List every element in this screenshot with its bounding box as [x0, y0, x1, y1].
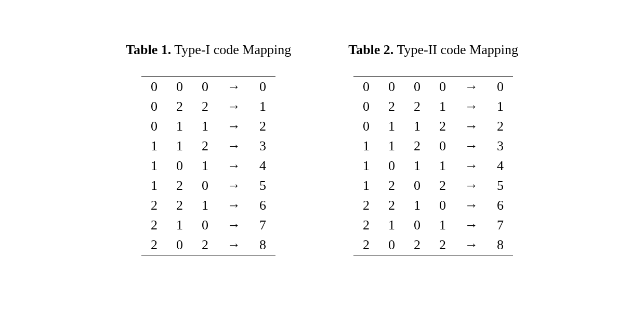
table-cell: 1	[250, 97, 275, 117]
table-row: 1 0 1 → 4	[141, 156, 275, 176]
table-cell: 7	[488, 215, 513, 235]
table-cell: 0	[353, 97, 379, 117]
table-cell: 1	[353, 176, 379, 196]
arrow-icon: →	[455, 196, 488, 215]
arrow-icon: →	[455, 117, 488, 136]
table-cell: 2	[404, 235, 430, 255]
table-cell: 3	[488, 136, 513, 156]
table-cell: 1	[379, 136, 404, 156]
arrow-icon: →	[218, 215, 250, 235]
table-cell: 1	[192, 156, 218, 176]
table-cell: 7	[250, 215, 275, 235]
table-cell: 1	[353, 156, 379, 176]
table-cell: 0	[141, 117, 167, 136]
table-cell: 8	[250, 235, 275, 255]
table-cell: 2	[404, 136, 430, 156]
arrow-icon: →	[455, 235, 488, 255]
table-cell: 0	[404, 176, 430, 196]
table-cell: 2	[430, 176, 455, 196]
table-row: 2 2 1 → 6	[141, 196, 275, 215]
table-cell: 2	[379, 176, 404, 196]
table-cell: 2	[250, 117, 275, 136]
table-cell: 0	[141, 97, 167, 117]
table-2-body: 0 0 0 0 → 0 0 2 2 1 → 1	[353, 77, 513, 255]
table-cell: 6	[488, 196, 513, 215]
table-cell: 4	[250, 156, 275, 176]
table-cell: 1	[167, 136, 192, 156]
table-row: 1 2 0 → 5	[141, 176, 275, 196]
table-cell: 2	[192, 136, 218, 156]
arrow-icon: →	[218, 77, 250, 97]
table-cell: 0	[167, 156, 192, 176]
table-cell: 2	[167, 196, 192, 215]
table-row: 2 0 2 → 8	[141, 235, 275, 255]
table-cell: 1	[430, 215, 455, 235]
table-cell: 1	[192, 117, 218, 136]
table-cell: 0	[167, 235, 192, 255]
arrow-icon: →	[455, 156, 488, 176]
table-cell: 2	[141, 196, 167, 215]
table-1: 0 0 0 → 0 0 2 2 → 1 0 1	[141, 76, 275, 255]
table-cell: 0	[430, 77, 455, 97]
table-cell: 2	[404, 97, 430, 117]
arrow-icon: →	[218, 156, 250, 176]
table-cell: 2	[379, 196, 404, 215]
table-row: 0 1 1 → 2	[141, 117, 275, 136]
table-cell: 2	[141, 215, 167, 235]
table-cell: 2	[192, 235, 218, 255]
table-cell: 2	[353, 235, 379, 255]
table-row: 0 0 0 → 0	[141, 77, 275, 97]
table-cell: 0	[192, 77, 218, 97]
table-row: 2 1 0 1 → 7	[353, 215, 513, 235]
table-cell: 0	[379, 156, 404, 176]
table-cell: 1	[141, 176, 167, 196]
table-cell: 1	[379, 215, 404, 235]
table-cell: 5	[250, 176, 275, 196]
table-cell: 0	[379, 77, 404, 97]
arrow-icon: →	[218, 136, 250, 156]
table-row: 0 2 2 → 1	[141, 97, 275, 117]
table-cell: 0	[250, 77, 275, 97]
table-cell: 2	[430, 117, 455, 136]
arrow-icon: →	[455, 176, 488, 196]
table-cell: 0	[404, 77, 430, 97]
table-cell: 2	[167, 97, 192, 117]
table-cell: 0	[488, 77, 513, 97]
table-cell: 0	[379, 235, 404, 255]
table-1-body: 0 0 0 → 0 0 2 2 → 1 0 1	[141, 77, 275, 255]
table-2-caption: Table 2. Type-II code Mapping	[348, 42, 518, 58]
table-row: 2 2 1 0 → 6	[353, 196, 513, 215]
table-cell: 1	[430, 97, 455, 117]
table-2-block: Table 2. Type-II code Mapping 0 0 0 0 → …	[348, 42, 518, 255]
table-row: 2 1 0 → 7	[141, 215, 275, 235]
table-cell: 1	[141, 156, 167, 176]
table-cell: 8	[488, 235, 513, 255]
table-1-caption: Table 1. Type-I code Mapping	[126, 42, 291, 58]
table-cell: 1	[167, 117, 192, 136]
arrow-icon: →	[455, 136, 488, 156]
table-cell: 3	[250, 136, 275, 156]
table-cell: 1	[167, 215, 192, 235]
table-cell: 2	[353, 215, 379, 235]
table-row: 1 1 2 → 3	[141, 136, 275, 156]
table-cell: 2	[353, 196, 379, 215]
table-row: 1 1 2 0 → 3	[353, 136, 513, 156]
table-cell: 0	[404, 215, 430, 235]
table-cell: 2	[430, 235, 455, 255]
table-2-title: Type-II code Mapping	[397, 42, 518, 57]
table-cell: 1	[404, 117, 430, 136]
table-cell: 1	[141, 136, 167, 156]
arrow-icon: →	[218, 117, 250, 136]
table-row: 0 0 0 0 → 0	[353, 77, 513, 97]
table-cell: 0	[141, 77, 167, 97]
table-row: 1 0 1 1 → 4	[353, 156, 513, 176]
table-cell: 1	[404, 196, 430, 215]
table-cell: 0	[353, 117, 379, 136]
arrow-icon: →	[218, 176, 250, 196]
table-cell: 0	[430, 196, 455, 215]
table-1-block: Table 1. Type-I code Mapping 0 0 0 → 0 0…	[126, 42, 291, 255]
table-row: 1 2 0 2 → 5	[353, 176, 513, 196]
table-cell: 1	[192, 196, 218, 215]
table-cell: 2	[167, 176, 192, 196]
table-cell: 0	[192, 176, 218, 196]
